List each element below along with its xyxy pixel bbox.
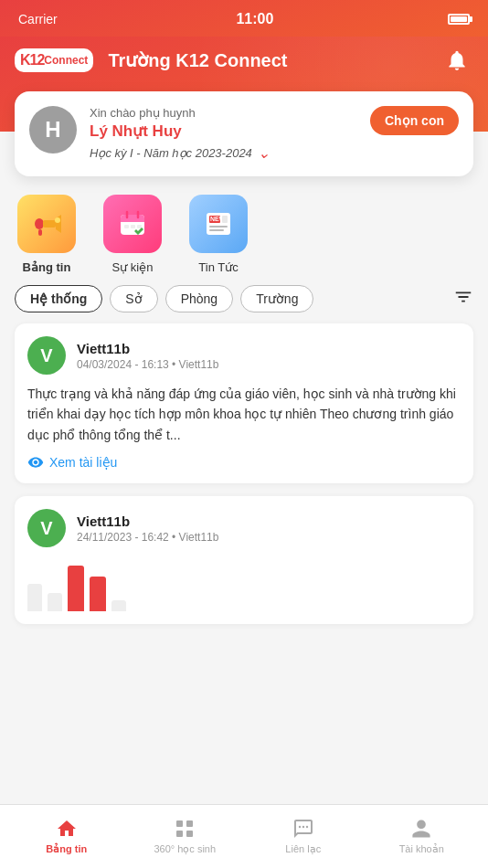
menu-item-tin-tuc[interactable]: NEWS Tin Tức [186,195,250,274]
svg-rect-23 [186,831,193,837]
nav-label-360: 360° học sinh [154,843,216,855]
k12-logo: K12 Connect [15,48,93,72]
menu-item-su-kien[interactable]: Sự kiện [101,195,164,274]
feed-body: Thực trạng và khả năng đáp ứng của giáo … [27,384,461,445]
filter-tabs: Hệ thống Sở Phòng Trường [0,281,488,323]
svg-point-26 [306,826,308,828]
status-bar: Carrier 11:00 [0,0,488,37]
nav-label-tai-khoan: Tài khoản [399,843,444,855]
feed-meta: Viett11b 24/11/2023 - 16:42 • Viett11b [77,513,461,544]
feed-item: V Viett11b 04/03/2024 - 16:13 • Viett11b… [15,323,473,483]
nav-item-bang-tin[interactable]: Bảng tin [7,810,126,863]
feed-avatar: V [27,336,66,375]
chart-bar [90,577,106,611]
svg-point-25 [302,826,304,828]
grid-icon [174,818,196,840]
feed-link[interactable]: Xem tài liệu [27,454,461,471]
chevron-down-icon[interactable]: ⌄ [258,144,270,162]
feed-time: 04/03/2024 - 16:13 • Viett11b [77,358,461,371]
chart-bar [27,584,42,611]
bang-tin-label: Bảng tin [23,260,71,274]
tab-he-thong[interactable]: Hệ thống [15,285,102,312]
feed-avatar: V [27,509,66,547]
chart-bar [111,600,126,611]
svg-rect-19 [222,216,228,223]
bang-tin-icon [17,195,76,253]
svg-rect-20 [176,820,183,827]
svg-marker-3 [56,215,61,233]
filter-icon[interactable] [453,287,473,312]
logo-area: K12 Connect [15,48,93,72]
svg-point-1 [35,218,44,229]
svg-rect-8 [121,218,144,222]
tab-phong[interactable]: Phòng [165,285,233,312]
chat-icon [292,818,314,840]
choose-child-button[interactable]: Chọn con [370,106,459,135]
feed: V Viett11b 04/03/2024 - 16:13 • Viett11b… [0,323,488,624]
feed-item-header: V Viett11b 24/11/2023 - 16:42 • Viett11b [27,509,461,547]
feed-item: V Viett11b 24/11/2023 - 16:42 • Viett11b [15,496,473,624]
nav-item-360[interactable]: 360° học sinh [126,810,245,863]
svg-rect-12 [131,225,135,228]
user-greeting: Xin chào phụ huynh [90,106,357,120]
svg-rect-22 [176,831,183,837]
su-kien-icon [103,195,162,253]
nav-item-lien-lac[interactable]: Liên lạc [244,810,363,863]
tab-so[interactable]: Sở [110,285,157,312]
svg-rect-4 [38,229,42,236]
svg-rect-2 [43,220,56,228]
chart-bar [68,566,84,611]
svg-point-5 [55,217,60,223]
avatar: H [29,106,77,153]
svg-rect-13 [137,225,142,228]
feed-item-header: V Viett11b 04/03/2024 - 16:13 • Viett11b [27,336,461,375]
chart-bar [48,593,62,611]
carrier-text: Carrier [18,12,62,26]
battery-area [448,14,470,25]
svg-point-24 [299,826,301,828]
feed-chart [27,556,461,611]
bottom-nav: Bảng tin 360° học sinh Liên lạc Tài khoả… [0,804,488,868]
svg-rect-11 [124,225,129,228]
header-title: Trường K12 Connect [108,49,430,71]
tab-truong[interactable]: Trường [240,285,313,312]
feed-meta: Viett11b 04/03/2024 - 16:13 • Viett11b [77,341,461,371]
user-card: H Xin chào phụ huynh Lý Nhựt Huy Học kỳ … [15,91,473,176]
user-semester: Học kỳ I - Năm học 2023-2024 ⌄ [90,144,357,162]
svg-rect-18 [209,229,224,231]
menu-item-bang-tin[interactable]: Bảng tin [15,195,79,274]
svg-rect-21 [186,820,193,827]
feed-time: 24/11/2023 - 16:42 • Viett11b [77,531,461,544]
person-icon [410,818,432,840]
nav-label-bang-tin: Bảng tin [46,843,87,855]
nav-label-lien-lac: Liên lạc [285,843,321,855]
tin-tuc-label: Tin Tức [198,260,238,274]
battery-icon [448,14,470,25]
nav-item-tai-khoan[interactable]: Tài khoản [363,810,482,863]
user-info: Xin chào phụ huynh Lý Nhựt Huy Học kỳ I … [90,106,357,162]
bell-icon[interactable] [440,44,473,77]
tin-tuc-icon: NEWS [189,195,248,253]
svg-rect-17 [209,226,228,228]
home-icon [56,818,78,840]
user-name: Lý Nhựt Huy [90,122,357,141]
status-time: 11:00 [236,11,273,27]
main-content: H Xin chào phụ huynh Lý Nhựt Huy Học kỳ … [0,91,488,710]
menu-section: Bảng tin Sự kiện [0,176,488,281]
feed-author: Viett11b [77,341,461,356]
feed-author: Viett11b [77,513,461,529]
su-kien-label: Sự kiện [112,260,154,274]
